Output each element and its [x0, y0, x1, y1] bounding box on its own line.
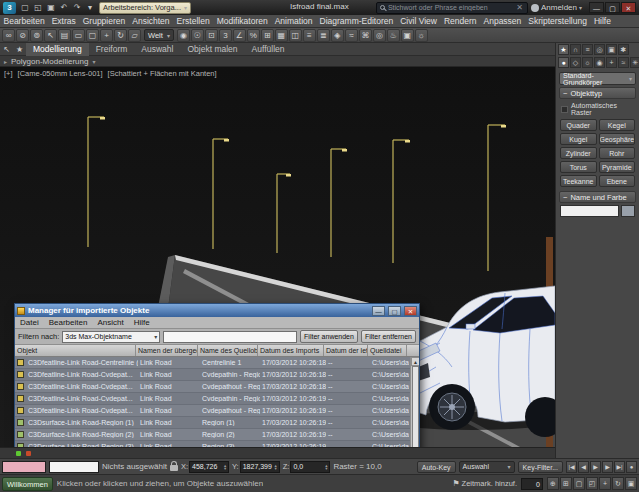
- track-bar[interactable]: [0, 447, 555, 458]
- shapes-category-icon[interactable]: ◇: [570, 57, 581, 68]
- maximize-button[interactable]: ▢: [605, 2, 620, 13]
- search-input[interactable]: [388, 4, 514, 11]
- ribbon-tab-auswahl[interactable]: Auswahl: [134, 43, 180, 56]
- object-button-teekanne[interactable]: Teekanne: [560, 175, 597, 187]
- use-pivot-center-icon[interactable]: ◉: [177, 29, 190, 42]
- spinner-icon[interactable]: ▴▾: [222, 464, 228, 470]
- table-row[interactable]: C3Dsurface-Link Road-Region (1)Link Road…: [15, 417, 410, 429]
- table-row[interactable]: C3Dsurface-Link Road-Region (3)Link Road…: [15, 441, 410, 447]
- menu-item-modifikatoren[interactable]: Modifikatoren: [213, 15, 271, 28]
- cameras-category-icon[interactable]: ◉: [594, 57, 605, 68]
- motion-tab-icon[interactable]: ◎: [594, 44, 605, 55]
- select-object-icon[interactable]: ↖: [44, 29, 57, 42]
- filter-text-input[interactable]: [163, 331, 297, 343]
- space-warps-category-icon[interactable]: ≈: [618, 57, 629, 68]
- object-button-geosphäre[interactable]: Geosphäre: [599, 133, 636, 145]
- scroll-up-icon[interactable]: ▲: [411, 357, 419, 366]
- column-header-2[interactable]: Name des Quellobje...: [198, 345, 258, 356]
- apply-filter-button[interactable]: Filter anwenden: [300, 330, 358, 343]
- go-to-start-icon[interactable]: |◀: [566, 461, 577, 473]
- percent-snap-icon[interactable]: %: [247, 29, 260, 42]
- object-button-kegel[interactable]: Kegel: [599, 119, 636, 131]
- spinner-icon[interactable]: ▴▾: [323, 464, 329, 470]
- open-file-icon[interactable]: ◱: [32, 2, 44, 14]
- zoom-icon[interactable]: ⊕: [547, 477, 559, 490]
- maxscript-mini-listener-white[interactable]: [49, 461, 99, 473]
- select-and-manipulate-icon[interactable]: ☉: [191, 29, 204, 42]
- close-button[interactable]: ✕: [621, 2, 636, 13]
- dialog-menu-bearbeiten[interactable]: Bearbeiten: [44, 318, 93, 327]
- object-button-ebene[interactable]: Ebene: [599, 175, 636, 187]
- dialog-menu-datei[interactable]: Datei: [15, 318, 44, 327]
- render-setup-icon[interactable]: ♨: [387, 29, 400, 42]
- z-field[interactable]: 0,0 ▴▾: [290, 461, 330, 473]
- object-button-rohr[interactable]: Rohr: [599, 147, 636, 159]
- modify-tab-icon[interactable]: ∩: [570, 44, 581, 55]
- create-tab-icon[interactable]: ★: [558, 44, 569, 55]
- menu-item-gruppieren[interactable]: Gruppieren: [79, 15, 129, 28]
- reference-coordinate-dropdown[interactable]: Welt▾: [144, 29, 174, 41]
- zoom-all-icon[interactable]: ⊞: [560, 477, 572, 490]
- orbit-icon[interactable]: ↻: [612, 477, 624, 490]
- maxscript-mini-listener-pink[interactable]: [2, 461, 46, 473]
- select-and-rotate-icon[interactable]: ↻: [114, 29, 127, 42]
- schematic-view-icon[interactable]: ⌘: [359, 29, 372, 42]
- viewport-camera-label[interactable]: [Came-050mm Lens-001]: [18, 69, 103, 78]
- window-crossing-icon[interactable]: ▢: [86, 29, 99, 42]
- helpers-category-icon[interactable]: +: [606, 57, 617, 68]
- welcome-button[interactable]: Willkommen: [2, 477, 53, 491]
- layer-manager-icon[interactable]: ≣: [317, 29, 330, 42]
- column-header-3[interactable]: Datum des Imports: [258, 345, 324, 356]
- zoom-extents-icon[interactable]: ▢: [573, 477, 585, 490]
- dialog-menu-hilfe[interactable]: Hilfe: [129, 318, 155, 327]
- object-color-swatch[interactable]: [621, 205, 635, 217]
- snap-toggle-3d-icon[interactable]: 3: [219, 29, 232, 42]
- app-logo[interactable]: 3: [3, 2, 16, 14]
- column-header-0[interactable]: Objekt: [15, 345, 136, 356]
- object-button-torus[interactable]: Torus: [560, 161, 597, 173]
- ribbon-panel-bar[interactable]: ▸ Polygon-Modellierung ▾: [0, 56, 555, 67]
- auto-key-button[interactable]: Auto-Key: [417, 461, 456, 473]
- column-header-5[interactable]: Quelldatei: [368, 345, 407, 356]
- menu-item-anpassen[interactable]: Anpassen: [480, 15, 525, 28]
- menu-item-animation[interactable]: Animation: [271, 15, 316, 28]
- column-header-4[interactable]: Datum der letzten ...: [324, 345, 368, 356]
- dialog-maximize-button[interactable]: ▢: [388, 306, 401, 316]
- lights-category-icon[interactable]: ☼: [582, 57, 593, 68]
- mirror-icon[interactable]: ◫: [289, 29, 302, 42]
- vertical-scrollbar[interactable]: ▲ ▼: [410, 357, 419, 447]
- dialog-menu-ansicht[interactable]: Ansicht: [92, 318, 128, 327]
- selection-lock-icon[interactable]: [170, 465, 178, 471]
- menu-item-extras[interactable]: Extras: [48, 15, 79, 28]
- keyboard-shortcut-override-icon[interactable]: ⊡: [205, 29, 218, 42]
- dialog-close-button[interactable]: ✕: [404, 306, 417, 316]
- menu-item-diagramm-editoren[interactable]: Diagramm-Editoren: [316, 15, 397, 28]
- select-and-move-icon[interactable]: +: [100, 29, 113, 42]
- table-row[interactable]: C3Dfeatline-Link Road-Cvdepat...Link Roa…: [15, 405, 410, 417]
- previous-frame-icon[interactable]: ◀: [578, 461, 589, 473]
- next-frame-icon[interactable]: ▶: [602, 461, 613, 473]
- curve-editor-icon[interactable]: ≈: [345, 29, 358, 42]
- camera-viewport[interactable]: [+] [Came-050mm Lens-001] [Schattiert + …: [0, 67, 555, 447]
- align-icon[interactable]: ≡: [303, 29, 316, 42]
- spinner-icon[interactable]: ▴▾: [273, 464, 279, 470]
- table-row[interactable]: C3Dfeatline-Link Road-Cvdepat...Link Roa…: [15, 369, 410, 381]
- render-production-icon[interactable]: ☼: [415, 29, 428, 42]
- ribbon-tab-modellierung[interactable]: Modellierung: [26, 43, 89, 56]
- key-mode-toggle-icon[interactable]: ●: [626, 461, 637, 473]
- selection-set-dropdown[interactable]: Auswahl ▾: [459, 461, 515, 473]
- edit-named-selection-sets-icon[interactable]: ▦: [275, 29, 288, 42]
- ribbon-tab-freiform[interactable]: Freiform: [89, 43, 135, 56]
- menu-item-ansichten[interactable]: Ansichten: [129, 15, 173, 28]
- table-row[interactable]: C3Dfeatline-Link Road-Cvdepat...Link Roa…: [15, 393, 410, 405]
- key-filters-button[interactable]: Key-Filter...: [518, 461, 563, 473]
- undo-icon[interactable]: ↶: [58, 2, 70, 14]
- viewport-menu-plus[interactable]: [+]: [4, 69, 13, 78]
- menu-item-erstellen[interactable]: Erstellen: [173, 15, 213, 28]
- name-color-rollout[interactable]: − Name und Farbe: [559, 191, 636, 203]
- menu-item-skripterstellung[interactable]: Skripterstellung: [525, 15, 591, 28]
- search-clear-icon[interactable]: ✕: [514, 3, 525, 12]
- ribbon-select-icon[interactable]: ↖: [0, 44, 13, 55]
- object-class-dropdown[interactable]: Standard-Grundkörper ▾: [559, 72, 636, 85]
- vertical-scroll-thumb[interactable]: [412, 366, 419, 447]
